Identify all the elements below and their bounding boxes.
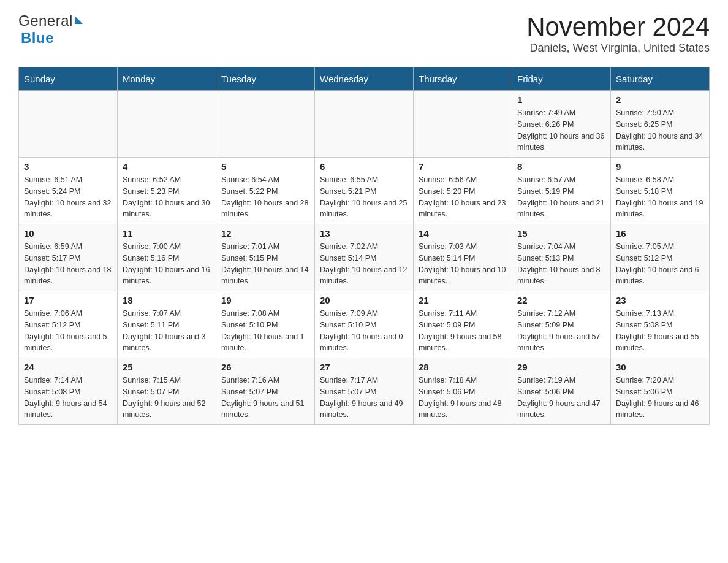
calendar-cell [19, 91, 118, 158]
header-friday: Friday [512, 67, 611, 91]
calendar-cell: 6Sunrise: 6:55 AM Sunset: 5:21 PM Daylig… [315, 158, 414, 224]
calendar-cell: 19Sunrise: 7:08 AM Sunset: 5:10 PM Dayli… [216, 291, 315, 358]
day-number: 17 [24, 295, 112, 305]
calendar-cell [216, 91, 315, 158]
page-title: November 2024 [526, 12, 710, 42]
calendar-cell: 29Sunrise: 7:19 AM Sunset: 5:06 PM Dayli… [512, 358, 611, 425]
day-number: 2 [616, 94, 704, 105]
calendar-cell: 26Sunrise: 7:16 AM Sunset: 5:07 PM Dayli… [216, 358, 315, 425]
day-info: Sunrise: 7:07 AM Sunset: 5:11 PM Dayligh… [123, 308, 211, 354]
header-sunday: Sunday [19, 67, 118, 91]
day-info: Sunrise: 6:54 AM Sunset: 5:22 PM Dayligh… [221, 174, 309, 220]
calendar-cell: 13Sunrise: 7:02 AM Sunset: 5:14 PM Dayli… [315, 224, 414, 291]
day-info: Sunrise: 7:08 AM Sunset: 5:10 PM Dayligh… [221, 308, 309, 354]
calendar-cell: 27Sunrise: 7:17 AM Sunset: 5:07 PM Dayli… [315, 358, 414, 425]
day-number: 5 [221, 161, 309, 172]
calendar-cell [118, 91, 216, 158]
calendar-week-row: 1Sunrise: 7:49 AM Sunset: 6:26 PM Daylig… [19, 91, 710, 158]
day-info: Sunrise: 7:03 AM Sunset: 5:14 PM Dayligh… [419, 241, 507, 287]
day-info: Sunrise: 7:16 AM Sunset: 5:07 PM Dayligh… [221, 375, 309, 421]
day-info: Sunrise: 6:58 AM Sunset: 5:18 PM Dayligh… [616, 174, 704, 220]
header-thursday: Thursday [414, 67, 512, 91]
day-number: 9 [616, 161, 704, 172]
calendar-cell [315, 91, 414, 158]
day-info: Sunrise: 7:01 AM Sunset: 5:15 PM Dayligh… [221, 241, 309, 287]
day-number: 19 [221, 295, 309, 305]
day-info: Sunrise: 7:15 AM Sunset: 5:07 PM Dayligh… [123, 375, 211, 421]
day-info: Sunrise: 7:50 AM Sunset: 6:25 PM Dayligh… [616, 107, 704, 153]
calendar-cell: 16Sunrise: 7:05 AM Sunset: 5:12 PM Dayli… [611, 224, 710, 291]
day-number: 18 [123, 295, 211, 305]
day-number: 27 [320, 362, 408, 372]
day-number: 21 [419, 295, 507, 305]
calendar-cell: 8Sunrise: 6:57 AM Sunset: 5:19 PM Daylig… [512, 158, 611, 224]
calendar-week-row: 24Sunrise: 7:14 AM Sunset: 5:08 PM Dayli… [19, 358, 710, 425]
logo-general-text: General [18, 12, 73, 29]
day-info: Sunrise: 7:06 AM Sunset: 5:12 PM Dayligh… [24, 308, 112, 354]
calendar-cell: 2Sunrise: 7:50 AM Sunset: 6:25 PM Daylig… [611, 91, 710, 158]
day-number: 8 [517, 161, 605, 172]
page-subtitle: Daniels, West Virginia, United States [526, 42, 710, 55]
logo: General Blue [18, 12, 83, 47]
header-wednesday: Wednesday [315, 67, 414, 91]
calendar-cell: 22Sunrise: 7:12 AM Sunset: 5:09 PM Dayli… [512, 291, 611, 358]
calendar-cell: 30Sunrise: 7:20 AM Sunset: 5:06 PM Dayli… [611, 358, 710, 425]
calendar-cell: 21Sunrise: 7:11 AM Sunset: 5:09 PM Dayli… [414, 291, 512, 358]
calendar-cell: 24Sunrise: 7:14 AM Sunset: 5:08 PM Dayli… [19, 358, 118, 425]
day-info: Sunrise: 7:05 AM Sunset: 5:12 PM Dayligh… [616, 241, 704, 287]
day-number: 28 [419, 362, 507, 372]
header-saturday: Saturday [611, 67, 710, 91]
day-info: Sunrise: 7:49 AM Sunset: 6:26 PM Dayligh… [517, 107, 605, 153]
day-number: 12 [221, 228, 309, 239]
logo-arrow-icon [75, 16, 83, 24]
calendar-cell: 28Sunrise: 7:18 AM Sunset: 5:06 PM Dayli… [414, 358, 512, 425]
calendar-cell: 9Sunrise: 6:58 AM Sunset: 5:18 PM Daylig… [611, 158, 710, 224]
day-info: Sunrise: 7:02 AM Sunset: 5:14 PM Dayligh… [320, 241, 408, 287]
day-info: Sunrise: 6:55 AM Sunset: 5:21 PM Dayligh… [320, 174, 408, 220]
calendar-cell: 17Sunrise: 7:06 AM Sunset: 5:12 PM Dayli… [19, 291, 118, 358]
calendar-week-row: 17Sunrise: 7:06 AM Sunset: 5:12 PM Dayli… [19, 291, 710, 358]
day-info: Sunrise: 6:56 AM Sunset: 5:20 PM Dayligh… [419, 174, 507, 220]
day-info: Sunrise: 6:52 AM Sunset: 5:23 PM Dayligh… [123, 174, 211, 220]
day-number: 30 [616, 362, 704, 372]
day-number: 22 [517, 295, 605, 305]
calendar-cell: 14Sunrise: 7:03 AM Sunset: 5:14 PM Dayli… [414, 224, 512, 291]
day-number: 10 [24, 228, 112, 239]
day-number: 14 [419, 228, 507, 239]
day-number: 7 [419, 161, 507, 172]
title-section: November 2024 Daniels, West Virginia, Un… [526, 12, 710, 55]
day-number: 25 [123, 362, 211, 372]
day-info: Sunrise: 7:12 AM Sunset: 5:09 PM Dayligh… [517, 308, 605, 354]
calendar-table: Sunday Monday Tuesday Wednesday Thursday… [18, 67, 710, 425]
calendar-cell: 10Sunrise: 6:59 AM Sunset: 5:17 PM Dayli… [19, 224, 118, 291]
calendar-cell: 15Sunrise: 7:04 AM Sunset: 5:13 PM Dayli… [512, 224, 611, 291]
day-info: Sunrise: 7:18 AM Sunset: 5:06 PM Dayligh… [419, 375, 507, 421]
page-header: General Blue November 2024 Daniels, West… [18, 12, 710, 55]
day-number: 1 [517, 94, 605, 105]
day-info: Sunrise: 7:04 AM Sunset: 5:13 PM Dayligh… [517, 241, 605, 287]
logo-blue-text: Blue [21, 29, 54, 46]
calendar-cell: 7Sunrise: 6:56 AM Sunset: 5:20 PM Daylig… [414, 158, 512, 224]
day-number: 23 [616, 295, 704, 305]
day-info: Sunrise: 7:09 AM Sunset: 5:10 PM Dayligh… [320, 308, 408, 354]
calendar-cell: 12Sunrise: 7:01 AM Sunset: 5:15 PM Dayli… [216, 224, 315, 291]
day-number: 20 [320, 295, 408, 305]
day-info: Sunrise: 7:17 AM Sunset: 5:07 PM Dayligh… [320, 375, 408, 421]
calendar-cell: 1Sunrise: 7:49 AM Sunset: 6:26 PM Daylig… [512, 91, 611, 158]
calendar-cell: 5Sunrise: 6:54 AM Sunset: 5:22 PM Daylig… [216, 158, 315, 224]
calendar-cell [414, 91, 512, 158]
day-number: 24 [24, 362, 112, 372]
day-info: Sunrise: 6:59 AM Sunset: 5:17 PM Dayligh… [24, 241, 112, 287]
calendar-cell: 3Sunrise: 6:51 AM Sunset: 5:24 PM Daylig… [19, 158, 118, 224]
calendar-cell: 18Sunrise: 7:07 AM Sunset: 5:11 PM Dayli… [118, 291, 216, 358]
day-info: Sunrise: 7:20 AM Sunset: 5:06 PM Dayligh… [616, 375, 704, 421]
calendar-cell: 11Sunrise: 7:00 AM Sunset: 5:16 PM Dayli… [118, 224, 216, 291]
day-number: 6 [320, 161, 408, 172]
calendar-week-row: 3Sunrise: 6:51 AM Sunset: 5:24 PM Daylig… [19, 158, 710, 224]
day-info: Sunrise: 7:11 AM Sunset: 5:09 PM Dayligh… [419, 308, 507, 354]
day-number: 29 [517, 362, 605, 372]
header-tuesday: Tuesday [216, 67, 315, 91]
day-info: Sunrise: 7:13 AM Sunset: 5:08 PM Dayligh… [616, 308, 704, 354]
day-info: Sunrise: 7:14 AM Sunset: 5:08 PM Dayligh… [24, 375, 112, 421]
day-number: 11 [123, 228, 211, 239]
